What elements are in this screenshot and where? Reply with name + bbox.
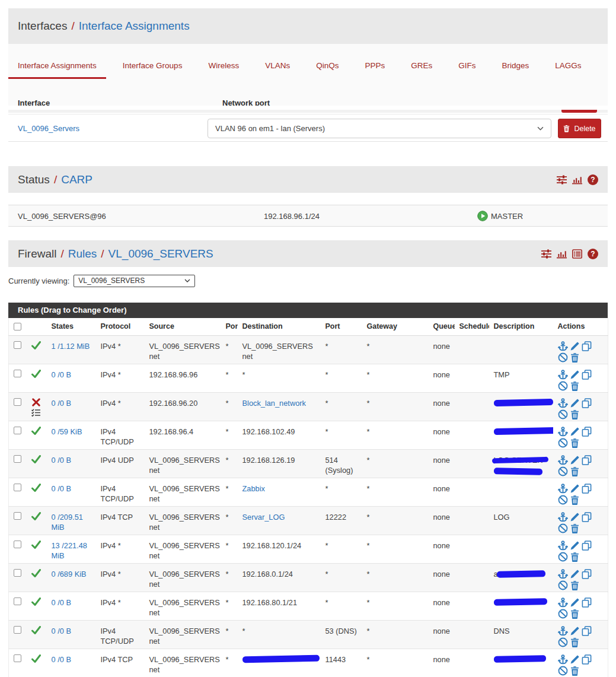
delete-trash-icon[interactable] <box>570 580 580 590</box>
states-link[interactable]: 0 /59 KiB <box>52 427 82 436</box>
edit-pencil-icon[interactable] <box>570 370 580 380</box>
delete-trash-icon[interactable] <box>570 609 580 619</box>
copy-icon[interactable] <box>582 484 592 494</box>
delete-button[interactable]: Delete <box>558 119 601 138</box>
tab-vlans[interactable]: VLANs <box>256 57 299 79</box>
disable-ban-icon[interactable] <box>558 381 568 391</box>
edit-pencil-icon[interactable] <box>570 654 580 665</box>
disable-ban-icon[interactable] <box>558 495 568 505</box>
disable-ban-icon[interactable] <box>558 409 568 419</box>
edit-pencil-icon[interactable] <box>570 341 580 351</box>
rule-checkbox[interactable] <box>14 626 21 634</box>
disable-ban-icon[interactable] <box>558 552 568 562</box>
rule-checkbox[interactable] <box>14 484 21 491</box>
anchor-icon[interactable] <box>558 512 568 522</box>
disable-ban-icon[interactable] <box>558 438 568 448</box>
interface-name-link[interactable]: VL_0096_Servers <box>18 123 79 132</box>
rule-checkbox[interactable] <box>14 597 21 605</box>
delete-trash-icon[interactable] <box>570 381 580 391</box>
copy-icon[interactable] <box>582 626 592 636</box>
breadcrumb-rules-link[interactable]: Rules <box>68 247 97 260</box>
rule-checkbox[interactable] <box>14 569 21 577</box>
network-port-select[interactable]: VLAN 96 on em1 - lan (Servers) <box>208 119 551 138</box>
destination-link[interactable]: Zabbix <box>242 484 265 493</box>
delete-trash-icon[interactable] <box>570 466 580 476</box>
disable-ban-icon[interactable] <box>558 609 568 619</box>
states-link[interactable]: 0 /689 KiB <box>52 570 87 579</box>
help-icon[interactable]: ? <box>588 249 598 259</box>
anchor-icon[interactable] <box>558 455 568 465</box>
delete-trash-icon[interactable] <box>570 552 580 562</box>
rule-checkbox[interactable] <box>14 541 21 548</box>
delete-trash-icon[interactable] <box>570 495 580 505</box>
edit-pencil-icon[interactable] <box>570 512 580 522</box>
edit-pencil-icon[interactable] <box>570 626 580 636</box>
edit-pencil-icon[interactable] <box>570 484 580 494</box>
tab-gres[interactable]: GREs <box>401 57 442 79</box>
disable-ban-icon[interactable] <box>558 466 568 476</box>
destination-link[interactable]: Block_lan_network <box>242 399 306 408</box>
copy-icon[interactable] <box>582 398 592 408</box>
edit-pencil-icon[interactable] <box>570 569 580 579</box>
anchor-icon[interactable] <box>558 541 568 551</box>
copy-icon[interactable] <box>582 597 592 608</box>
sliders-icon[interactable] <box>557 175 567 185</box>
states-link[interactable]: 0 /209.51 MiB <box>52 513 83 532</box>
copy-icon[interactable] <box>582 512 592 522</box>
disable-ban-icon[interactable] <box>558 523 568 533</box>
disable-ban-icon[interactable] <box>558 580 568 590</box>
anchor-icon[interactable] <box>558 626 568 636</box>
states-link[interactable]: 13 /221.48 MiB <box>52 541 88 560</box>
rule-checkbox[interactable] <box>14 512 21 520</box>
states-link[interactable]: 0 /0 B <box>52 627 71 635</box>
anchor-icon[interactable] <box>558 654 568 665</box>
rule-row[interactable]: 0 /0 BIPv4 *192.168.96.20*Block_lan_netw… <box>9 392 608 421</box>
anchor-icon[interactable] <box>558 569 568 579</box>
delete-trash-icon[interactable] <box>570 438 580 448</box>
rule-row[interactable]: 0 /59 KiBIPv4 TCP/UDP192.168.96.4*192.16… <box>9 421 608 449</box>
rule-row[interactable]: 0 /209.51 MiBIPv4 TCPVL_0096_SERVERS net… <box>9 506 608 535</box>
delete-trash-icon[interactable] <box>570 409 580 419</box>
breadcrumb-current-link[interactable]: VL_0096_SERVERS <box>108 247 213 260</box>
rule-checkbox[interactable] <box>14 427 21 434</box>
help-icon[interactable]: ? <box>588 174 598 185</box>
rules-interface-select[interactable]: VL_0096_SERVERS <box>74 275 195 287</box>
anchor-icon[interactable] <box>558 341 568 351</box>
redacted-destination-link[interactable] <box>242 654 319 663</box>
sliders-icon[interactable] <box>541 249 551 259</box>
copy-icon[interactable] <box>582 427 592 437</box>
tab-interface-assignments[interactable]: Interface Assignments <box>8 57 106 79</box>
anchor-icon[interactable] <box>558 398 568 408</box>
tab-ppps[interactable]: PPPs <box>355 57 394 79</box>
delete-trash-icon[interactable] <box>570 637 580 647</box>
rule-checkbox[interactable] <box>14 654 21 662</box>
rule-row[interactable]: 0 /0 BIPv4 TCPVL_0096_SERVERS net*11443*… <box>9 649 608 677</box>
disable-ban-icon[interactable] <box>558 666 568 676</box>
rule-row[interactable]: 0 /689 KiBIPv4 *VL_0096_SERVERS net*192.… <box>9 563 608 592</box>
edit-pencil-icon[interactable] <box>570 427 580 437</box>
edit-pencil-icon[interactable] <box>570 455 580 465</box>
states-link[interactable]: 0 /0 B <box>52 655 71 664</box>
copy-icon[interactable] <box>582 541 592 551</box>
edit-pencil-icon[interactable] <box>570 597 580 608</box>
breadcrumb-current-link[interactable]: Interface Assignments <box>79 20 190 32</box>
rule-checkbox[interactable] <box>14 398 21 406</box>
rule-row[interactable]: 0 /0 BIPv4 UDPVL_0096_SERVERS net*192.16… <box>9 449 608 478</box>
states-link[interactable]: 0 /0 B <box>52 370 71 379</box>
bar-chart-icon[interactable] <box>557 249 567 259</box>
select-all-checkbox[interactable] <box>14 323 21 330</box>
tab-wireless[interactable]: Wireless <box>199 57 248 79</box>
tab-laggs[interactable]: LAGGs <box>545 57 591 79</box>
states-link[interactable]: 0 /0 B <box>52 484 71 493</box>
copy-icon[interactable] <box>582 370 592 380</box>
rule-row[interactable]: 0 /0 BIPv4 *VL_0096_SERVERS net*192.168.… <box>9 592 608 620</box>
rule-checkbox[interactable] <box>14 341 21 349</box>
rule-checkbox[interactable] <box>14 370 21 377</box>
disable-ban-icon[interactable] <box>558 352 568 363</box>
tab-gifs[interactable]: GIFs <box>449 57 485 79</box>
delete-trash-icon[interactable] <box>570 352 580 363</box>
states-link[interactable]: 1 /1.12 MiB <box>52 342 90 351</box>
destination-link[interactable]: Servar_LOG <box>242 513 285 522</box>
copy-icon[interactable] <box>582 654 592 665</box>
rule-row[interactable]: 0 /0 BIPv4 TCP/UDPVL_0096_SERVERS net*Za… <box>9 478 608 506</box>
